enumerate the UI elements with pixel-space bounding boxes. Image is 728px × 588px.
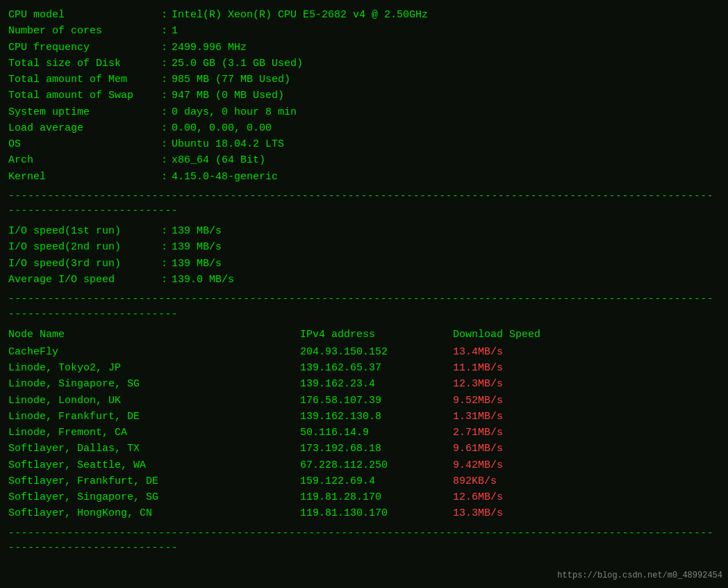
network-node-name: Linode, Singapore, SG: [8, 376, 300, 392]
load-value: 0.00, 0.00, 0.00: [172, 120, 272, 136]
io-avg-row: Average I/O speed : 139.0 MB/s: [8, 272, 720, 288]
io-run3-row: I/O speed(3rd run) : 139 MB/s: [8, 256, 720, 272]
network-node-speed: 2.71MB/s: [453, 425, 503, 441]
cores-row: Number of cores : 1: [8, 23, 720, 39]
network-row: Linode, Tokyo2, JP139.162.65.3711.1MB/s: [8, 360, 720, 376]
mem-label: Total amount of Mem: [8, 72, 161, 88]
io-run2-value: 139 MB/s: [172, 239, 222, 255]
network-node-speed: 892KB/s: [453, 473, 497, 489]
divider-2: ----------------------------------------…: [8, 292, 720, 322]
divider-3: ----------------------------------------…: [8, 526, 720, 556]
network-node-name: Linode, London, UK: [8, 393, 300, 409]
network-node-speed: 13.3MB/s: [453, 505, 503, 521]
os-value: Ubuntu 18.04.2 LTS: [172, 136, 284, 152]
cores-label: Number of cores: [8, 23, 161, 39]
network-header-node: Node Name: [8, 327, 300, 343]
network-node-speed: 1.31MB/s: [453, 409, 503, 425]
network-node-speed: 9.52MB/s: [453, 393, 503, 409]
kernel-label: Kernel: [8, 169, 161, 185]
network-row: Linode, London, UK176.58.107.399.52MB/s: [8, 393, 720, 409]
network-row: Linode, Frankfurt, DE139.162.130.81.31MB…: [8, 409, 720, 425]
network-node-ip: 204.93.150.152: [300, 344, 453, 360]
network-row: Softlayer, Singapore, SG119.81.28.17012.…: [8, 489, 720, 505]
network-row: Softlayer, HongKong, CN119.81.130.17013.…: [8, 505, 720, 521]
network-node-name: CacheFly: [8, 344, 300, 360]
frequency-value: 2499.996 MHz: [172, 40, 247, 56]
uptime-value: 0 days, 0 hour 8 min: [172, 104, 297, 120]
network-node-name: Softlayer, Dallas, TX: [8, 441, 300, 457]
divider-1: ----------------------------------------…: [8, 189, 720, 219]
os-row: OS : Ubuntu 18.04.2 LTS: [8, 136, 720, 152]
network-node-ip: 139.162.130.8: [300, 409, 453, 425]
network-node-name: Softlayer, Singapore, SG: [8, 489, 300, 505]
network-node-speed: 9.61MB/s: [453, 441, 503, 457]
uptime-row: System uptime : 0 days, 0 hour 8 min: [8, 104, 720, 120]
os-label: OS: [8, 136, 161, 152]
network-section: Node Name IPv4 address Download Speed Ca…: [8, 327, 720, 522]
network-node-speed: 12.3MB/s: [453, 376, 503, 392]
cpu-model-label: CPU model: [8, 7, 161, 23]
network-row: Linode, Singapore, SG139.162.23.412.3MB/…: [8, 376, 720, 392]
watermark: https://blog.csdn.net/m0_48992454: [557, 569, 722, 582]
network-header-speed: Download Speed: [453, 327, 540, 343]
network-node-ip: 159.122.69.4: [300, 473, 453, 489]
io-avg-label: Average I/O speed: [8, 272, 161, 288]
network-node-ip: 50.116.14.9: [300, 425, 453, 441]
network-node-name: Linode, Fremont, CA: [8, 425, 300, 441]
network-node-ip: 67.228.112.250: [300, 457, 453, 473]
io-run2-label: I/O speed(2nd run): [8, 239, 161, 255]
io-run3-label: I/O speed(3rd run): [8, 256, 161, 272]
swap-label: Total amount of Swap: [8, 88, 161, 104]
arch-value: x86_64 (64 Bit): [172, 152, 265, 168]
io-avg-value: 139.0 MB/s: [172, 272, 234, 288]
load-row: Load average : 0.00, 0.00, 0.00: [8, 120, 720, 136]
network-node-ip: 139.162.65.37: [300, 360, 453, 376]
network-rows-container: CacheFly204.93.150.15213.4MB/sLinode, To…: [8, 344, 720, 522]
kernel-value: 4.15.0-48-generic: [172, 169, 278, 185]
network-header-ip: IPv4 address: [300, 327, 453, 343]
network-node-ip: 176.58.107.39: [300, 393, 453, 409]
cores-value: 1: [172, 23, 178, 39]
network-node-ip: 173.192.68.18: [300, 441, 453, 457]
io-run3-value: 139 MB/s: [172, 256, 222, 272]
network-node-ip: 119.81.130.170: [300, 505, 453, 521]
cpu-model-row: CPU model : Intel(R) Xeon(R) CPU E5-2682…: [8, 7, 720, 23]
network-node-speed: 11.1MB/s: [453, 360, 503, 376]
network-row: Softlayer, Seattle, WA67.228.112.2509.42…: [8, 457, 720, 473]
network-row: Softlayer, Frankfurt, DE159.122.69.4892K…: [8, 473, 720, 489]
frequency-row: CPU frequency : 2499.996 MHz: [8, 40, 720, 56]
network-row: CacheFly204.93.150.15213.4MB/s: [8, 344, 720, 360]
system-info-section: CPU model : Intel(R) Xeon(R) CPU E5-2682…: [8, 7, 720, 185]
mem-row: Total amount of Mem : 985 MB (77 MB Used…: [8, 72, 720, 88]
network-node-speed: 13.4MB/s: [453, 344, 503, 360]
network-node-ip: 119.81.28.170: [300, 489, 453, 505]
arch-row: Arch : x86_64 (64 Bit): [8, 152, 720, 168]
io-run2-row: I/O speed(2nd run) : 139 MB/s: [8, 239, 720, 255]
network-node-name: Softlayer, Frankfurt, DE: [8, 473, 300, 489]
kernel-row: Kernel : 4.15.0-48-generic: [8, 169, 720, 185]
network-node-name: Softlayer, HongKong, CN: [8, 505, 300, 521]
disk-row: Total size of Disk : 25.0 GB (3.1 GB Use…: [8, 56, 720, 72]
io-run1-row: I/O speed(1st run) : 139 MB/s: [8, 223, 720, 239]
network-row: Softlayer, Dallas, TX173.192.68.189.61MB…: [8, 441, 720, 457]
frequency-label: CPU frequency: [8, 40, 161, 56]
network-node-speed: 12.6MB/s: [453, 489, 503, 505]
network-node-ip: 139.162.23.4: [300, 376, 453, 392]
swap-value: 947 MB (0 MB Used): [172, 88, 284, 104]
mem-value: 985 MB (77 MB Used): [172, 72, 290, 88]
io-run1-value: 139 MB/s: [172, 223, 222, 239]
network-row: Linode, Fremont, CA50.116.14.92.71MB/s: [8, 425, 720, 441]
network-header: Node Name IPv4 address Download Speed: [8, 327, 720, 343]
terminal: CPU model : Intel(R) Xeon(R) CPU E5-2682…: [8, 7, 720, 556]
uptime-label: System uptime: [8, 104, 161, 120]
network-node-speed: 9.42MB/s: [453, 457, 503, 473]
network-node-name: Softlayer, Seattle, WA: [8, 457, 300, 473]
io-run1-label: I/O speed(1st run): [8, 223, 161, 239]
load-label: Load average: [8, 120, 161, 136]
disk-label: Total size of Disk: [8, 56, 161, 72]
cpu-model-value: Intel(R) Xeon(R) CPU E5-2682 v4 @ 2.50GH…: [172, 7, 428, 23]
network-node-name: Linode, Frankfurt, DE: [8, 409, 300, 425]
arch-label: Arch: [8, 152, 161, 168]
swap-row: Total amount of Swap : 947 MB (0 MB Used…: [8, 88, 720, 104]
io-section: I/O speed(1st run) : 139 MB/s I/O speed(…: [8, 223, 720, 288]
